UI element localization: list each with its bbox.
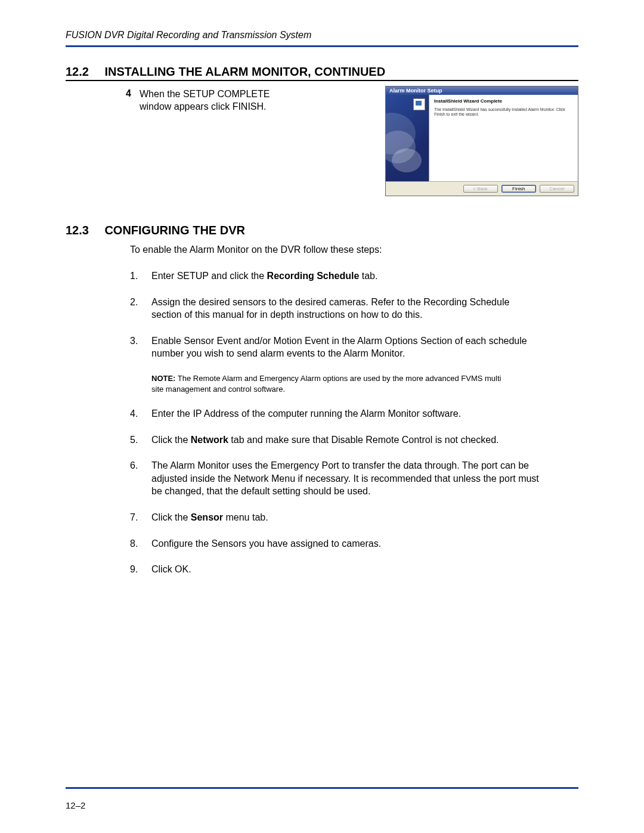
list-item: 3. Enable Sensor Event and/or Motion Eve… [130, 335, 578, 360]
item-text: Assign the desired sensors to the desire… [151, 296, 539, 321]
list-item: 4. Enter the IP Address of the computer … [130, 407, 578, 420]
wizard-titlebar: Alarm Monitor Setup [386, 86, 578, 95]
section-number: 12.3 [66, 224, 89, 237]
list-item: 6. The Alarm Monitor uses the Emergency … [130, 459, 578, 498]
step-number: 4 [117, 88, 131, 113]
footer-rule [66, 787, 578, 789]
computer-icon [413, 98, 425, 110]
item-number: 7. [130, 511, 151, 524]
section-title: INSTALLING THE ALARM MONITOR, CONTINUED [104, 65, 385, 78]
list-item: 7. Click the Sensor menu tab. [130, 511, 578, 524]
item-number: 5. [130, 433, 151, 447]
list-item: 5. Click the Network tab and make sure t… [130, 433, 578, 447]
item-number: 4. [130, 407, 151, 420]
section-12-3-heading: 12.3 CONFIGURING THE DVR [66, 224, 578, 239]
item-text: Click OK. [151, 563, 191, 576]
item-number: 9. [130, 563, 151, 576]
item-number: 6. [130, 459, 151, 498]
finish-button[interactable]: Finish [501, 185, 536, 193]
item-number: 3. [130, 335, 151, 360]
item-text: menu tab. [223, 512, 268, 522]
installshield-wizard-screenshot: Alarm Monitor Setup InstallShield Wizard… [385, 86, 578, 196]
section-intro: To enable the Alarm Monitor on the DVR f… [130, 244, 578, 255]
item-text: The Alarm Monitor uses the Emergency Por… [151, 459, 539, 498]
note-label: NOTE: [151, 374, 175, 383]
item-number: 1. [130, 270, 151, 283]
step-text: When the SETUP COMPLETE window appears c… [140, 88, 271, 113]
section-title: CONFIGURING THE DVR [104, 224, 245, 237]
section-number: 12.2 [66, 65, 89, 79]
item-number: 2. [130, 296, 151, 321]
item-bold: Network [191, 435, 228, 445]
step-4-block: 4 When the SETUP COMPLETE window appears… [117, 88, 271, 113]
item-number: 8. [130, 537, 151, 550]
item-text: Configure the Sensors you have assigned … [151, 537, 381, 550]
ordered-steps-part1: 1. Enter SETUP and click the Recording S… [130, 270, 578, 360]
item-text: Enter the IP Address of the computer run… [151, 407, 461, 420]
list-item: 2. Assign the desired sensors to the des… [130, 296, 578, 321]
doc-header-title: FUSION DVR Digital Recording and Transmi… [66, 30, 578, 41]
ordered-steps-part2: 4. Enter the IP Address of the computer … [130, 407, 578, 576]
list-item: 1. Enter SETUP and click the Recording S… [130, 270, 578, 283]
page-number: 12–2 [66, 800, 85, 810]
header-rule [66, 45, 578, 47]
item-text: Enter SETUP and click the [151, 271, 267, 281]
item-text: tab and make sure that Disable Remote Co… [228, 435, 499, 445]
note-block: NOTE: The Remote Alarm and Emergency Ala… [151, 373, 509, 394]
wizard-heading: InstallShield Wizard Complete [434, 98, 573, 104]
wizard-sidebar-graphic [386, 95, 429, 181]
wizard-paragraph: The InstallShield Wizard has successfull… [434, 107, 573, 117]
item-bold: Recording Schedule [267, 271, 360, 281]
note-text: The Remote Alarm and Emergency Alarm opt… [151, 374, 501, 394]
wizard-button-bar: < Back Finish Cancel [386, 181, 578, 196]
item-text: tab. [359, 271, 377, 281]
item-text: Click the [151, 512, 191, 522]
item-bold: Sensor [191, 512, 223, 522]
cancel-button[interactable]: Cancel [540, 185, 574, 193]
item-text: Enable Sensor Event and/or Motion Event … [151, 335, 539, 360]
list-item: 8. Configure the Sensors you have assign… [130, 537, 578, 550]
list-item: 9. Click OK. [130, 563, 578, 576]
back-button[interactable]: < Back [463, 185, 498, 193]
item-text: Click the [151, 435, 191, 445]
section-12-2-heading: 12.2 INSTALLING THE ALARM MONITOR, CONTI… [66, 65, 578, 81]
